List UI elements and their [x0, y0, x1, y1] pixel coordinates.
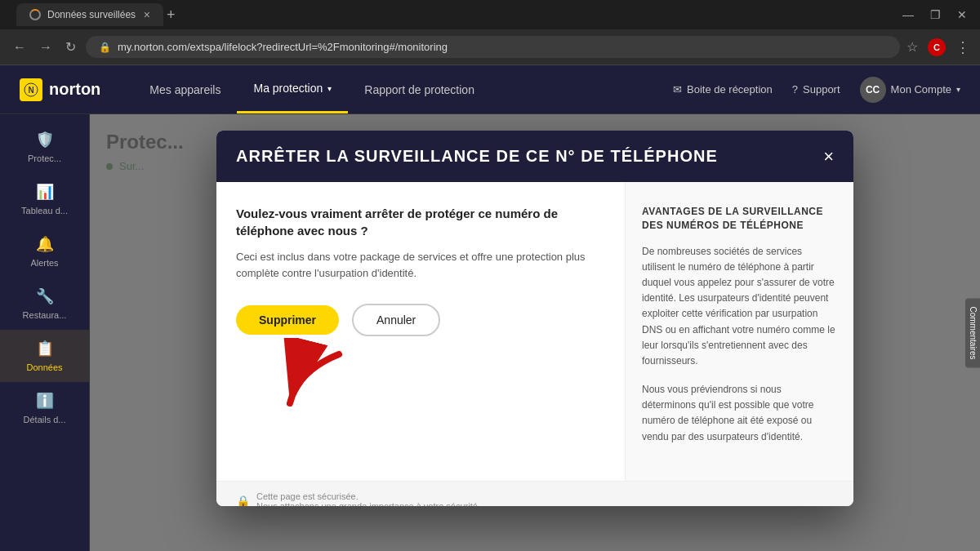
norton-header: N norton Mes appareils Ma protection ▾ R…: [0, 65, 980, 114]
sidebar-item-donnees[interactable]: 📋 Données: [0, 330, 89, 382]
tab-spinner: [29, 9, 41, 20]
norton-logo: N norton: [20, 78, 100, 101]
sidebar-item-restauration[interactable]: 🔧 Restaura...: [0, 278, 89, 330]
comments-tab[interactable]: Commentaires: [965, 298, 980, 367]
info-icon: ℹ️: [36, 392, 54, 410]
close-button[interactable]: ✕: [951, 7, 973, 23]
security-text: Cette page est sécurisée. Nous attachons…: [256, 491, 480, 506]
sidebar-item-details-label: Détails d...: [24, 415, 66, 424]
norton-logo-icon: N: [20, 78, 42, 101]
sidebar-item-protection[interactable]: 🛡️ Protec...: [0, 121, 89, 173]
sidebar-item-details[interactable]: ℹ️ Détails d...: [0, 382, 89, 434]
minimize-button[interactable]: —: [896, 7, 920, 23]
modal-footer: 🔒 Cette page est sécurisée. Nous attacho…: [216, 481, 853, 506]
app-body: 🛡️ Protec... 📊 Tableau d... 🔔 Alertes 🔧 …: [0, 114, 980, 551]
modal-header: ARRÊTER LA SURVEILLANCE DE CE N° DE TÉLÉ…: [216, 131, 853, 182]
sidebar-item-protection-label: Protec...: [28, 153, 61, 163]
security-line2: Nous attachons une grande importance à v…: [256, 501, 480, 506]
restore-button[interactable]: ❐: [924, 7, 947, 23]
nav-ma-protection[interactable]: Ma protection ▾: [237, 65, 348, 113]
tab-bar-right: — ❐ ✕: [896, 7, 973, 23]
sidebar-item-tableau[interactable]: 📊 Tableau d...: [0, 173, 89, 225]
sidebar-item-restauration-label: Restaura...: [23, 310, 67, 320]
bell-icon: 🔔: [36, 235, 54, 253]
modal-right-text2: Nous vous préviendrons si nous détermino…: [642, 382, 837, 445]
modal-right-panel: AVANTAGES DE LA SURVEILLANCE DES NUMÉROS…: [625, 182, 853, 481]
security-line1: Cette page est sécurisée.: [256, 491, 480, 501]
modal-question: Voulez-vous vraiment arrêter de protéger…: [236, 205, 605, 239]
modal-left-panel: Voulez-vous vraiment arrêter de protéger…: [216, 182, 625, 481]
nav-mes-appareils-label: Mes appareils: [149, 83, 220, 96]
sidebar: 🛡️ Protec... 📊 Tableau d... 🔔 Alertes 🔧 …: [0, 114, 90, 551]
support-icon: ?: [792, 83, 798, 96]
refresh-button[interactable]: ↻: [62, 36, 79, 58]
sidebar-item-tableau-label: Tableau d...: [21, 206, 68, 216]
footer-lock-icon: 🔒: [236, 495, 250, 506]
svg-text:N: N: [28, 86, 33, 95]
avatar-initials: CC: [866, 84, 880, 96]
bookmark-icon[interactable]: ☆: [906, 39, 918, 55]
avatar: CC: [860, 77, 886, 103]
norton-logo-text: norton: [49, 80, 100, 99]
header-nav: Mes appareils Ma protection ▾ Rapport de…: [133, 65, 640, 113]
red-arrow-indicator: [265, 338, 363, 436]
modal-right-text1: De nombreuses sociétés de services utili…: [642, 244, 837, 370]
header-right: ✉ Boite de réception ? Support CC Mon Co…: [673, 77, 960, 103]
nav-chevron-icon: ▾: [327, 84, 332, 93]
modal-right-title: AVANTAGES DE LA SURVEILLANCE DES NUMÉROS…: [642, 205, 837, 233]
modal-buttons: Supprimer Annuler: [236, 304, 605, 336]
main-content: Protec... Sur... ARRÊTER LA SURVEILLANCE…: [90, 114, 980, 551]
norton-app: N norton Mes appareils Ma protection ▾ R…: [0, 65, 980, 551]
sidebar-item-alertes[interactable]: 🔔 Alertes: [0, 225, 89, 278]
dashboard-icon: 📊: [36, 183, 54, 201]
support-button[interactable]: ? Support: [792, 83, 840, 96]
nav-rapport-protection[interactable]: Rapport de protection: [348, 65, 491, 113]
nav-mes-appareils[interactable]: Mes appareils: [133, 65, 237, 113]
address-bar: ← → ↻ 🔒 my.norton.com/extspa/lifelock?re…: [0, 29, 980, 65]
new-tab-button[interactable]: +: [167, 7, 176, 24]
shield-icon: 🛡️: [36, 131, 54, 149]
forward-button[interactable]: →: [36, 37, 56, 58]
inbox-button[interactable]: ✉ Boite de réception: [673, 83, 773, 96]
modal-overlay: ARRÊTER LA SURVEILLANCE DE CE N° DE TÉLÉ…: [90, 114, 980, 551]
url-text: my.norton.com/extspa/lifelock?redirectUr…: [118, 41, 448, 53]
browser-tab[interactable]: Données surveillées ×: [16, 3, 163, 26]
sidebar-item-alertes-label: Alertes: [30, 258, 58, 268]
delete-button[interactable]: Supprimer: [236, 305, 339, 335]
sidebar-item-donnees-label: Données: [26, 362, 62, 372]
tab-close-button[interactable]: ×: [144, 8, 150, 21]
tab-bar: Données surveillées × + — ❐ ✕: [0, 0, 980, 29]
modal-description: Ceci est inclus dans votre package de se…: [236, 249, 605, 281]
confirmation-modal: ARRÊTER LA SURVEILLANCE DE CE N° DE TÉLÉ…: [216, 131, 853, 506]
tab-label: Données surveillées: [47, 9, 136, 20]
address-bar-actions: ☆ C ⋮: [906, 38, 970, 56]
nav-rapport-protection-label: Rapport de protection: [364, 83, 474, 96]
security-lock-icon: 🔒: [99, 42, 111, 53]
modal-body: Voulez-vous vraiment arrêter de protéger…: [216, 182, 853, 481]
nav-ma-protection-label: Ma protection: [253, 82, 323, 95]
back-button[interactable]: ←: [10, 37, 29, 58]
norton-extension-icon[interactable]: C: [928, 38, 946, 56]
inbox-icon: ✉: [673, 83, 682, 96]
cancel-button[interactable]: Annuler: [352, 304, 440, 336]
account-button[interactable]: CC Mon Compte ▾: [860, 77, 960, 103]
data-icon: 📋: [36, 340, 54, 358]
inbox-label: Boite de réception: [687, 83, 773, 96]
browser-chrome: Données surveillées × + — ❐ ✕ ← → ↻ 🔒 my…: [0, 0, 980, 65]
browser-menu-icon[interactable]: ⋮: [956, 38, 970, 56]
account-chevron-icon: ▾: [956, 85, 960, 94]
url-input[interactable]: 🔒 my.norton.com/extspa/lifelock?redirect…: [86, 36, 900, 58]
modal-title: ARRÊTER LA SURVEILLANCE DE CE N° DE TÉLÉ…: [236, 147, 718, 166]
account-label: Mon Compte: [891, 83, 951, 96]
support-label: Support: [803, 83, 840, 96]
modal-close-button[interactable]: ×: [823, 148, 834, 166]
restore-icon: 🔧: [36, 287, 54, 305]
